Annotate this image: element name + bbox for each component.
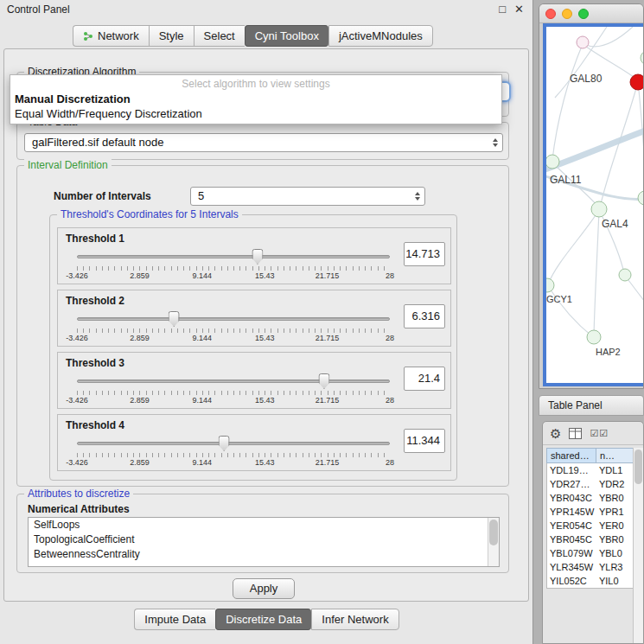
dropdown-placeholder: Select algorithm to view settings <box>10 75 501 92</box>
control-panel-window: Control Panel □ ✕ Network Style Select C… <box>0 0 533 644</box>
window-title: Control Panel <box>7 3 70 16</box>
top-tab-bar: Network Style Select Cyni Toolbox jActiv… <box>0 25 533 47</box>
network-node[interactable] <box>587 330 601 344</box>
zoom-traffic-light[interactable] <box>578 9 589 19</box>
table-row[interactable]: YLR345WYLR3 <box>547 560 639 574</box>
table-panel-header[interactable]: Table Panel <box>539 395 644 416</box>
network-node[interactable] <box>546 155 559 169</box>
attributes-group: Attributes to discretize Numerical Attri… <box>16 494 509 573</box>
threshold-value-field[interactable]: 21.4 <box>404 367 445 391</box>
network-view-window: GAL80 GAL11 GAL4 GCY1 HAP2 <box>539 3 644 389</box>
network-node[interactable] <box>638 191 644 205</box>
tab-jactivemnodules[interactable]: jActiveMNodules <box>328 25 433 47</box>
threshold-slider[interactable]: -3.426 2.859 9.144 15.43 21.715 28 <box>77 247 390 280</box>
control-panel-titlebar: Control Panel □ ✕ <box>0 0 532 19</box>
float-window-icon[interactable]: □ <box>499 0 506 19</box>
tab-label: Cyni Toolbox <box>255 29 319 42</box>
slider-thumb[interactable] <box>219 436 230 451</box>
group-title: Threshold's Coordinates for 5 Intervals <box>57 208 242 220</box>
table-toolbar: ⚙ ☑☑ <box>543 422 643 445</box>
threshold-panel-3: Threshold 3 -3.426 2.859 9.144 15.43 21.… <box>57 352 451 409</box>
tab-impute-data[interactable]: Impute Data <box>134 609 215 630</box>
tick-label: -3.426 <box>66 396 88 405</box>
table-data-selected: galFiltered.sif default node <box>32 136 163 149</box>
node-label: GAL11 <box>550 174 582 186</box>
tab-infer-network[interactable]: Infer Network <box>311 609 399 630</box>
scrollbar-thumb[interactable] <box>489 520 498 545</box>
table-row[interactable]: YPR145WYPR1 <box>547 505 639 519</box>
tab-style[interactable]: Style <box>149 25 194 47</box>
network-node[interactable] <box>577 36 589 48</box>
network-node[interactable] <box>619 269 631 281</box>
threshold-slider[interactable]: -3.426 2.859 9.144 15.43 21.715 28 <box>77 434 390 467</box>
columns-icon[interactable] <box>569 428 582 439</box>
close-traffic-light[interactable] <box>545 9 556 19</box>
tab-select[interactable]: Select <box>194 25 245 47</box>
list-item[interactable]: BetweennessCentrality <box>29 547 499 562</box>
table-row[interactable]: YBR045CYBR0 <box>547 532 639 546</box>
table-scrollbar[interactable] <box>633 448 643 643</box>
list-item[interactable]: TopologicalCoefficient <box>29 532 499 547</box>
table-row[interactable]: YER054CYER0 <box>547 519 639 532</box>
tab-cyni-toolbox[interactable]: Cyni Toolbox <box>245 25 328 47</box>
minimize-traffic-light[interactable] <box>562 9 572 19</box>
slider-track[interactable] <box>77 379 390 383</box>
threshold-value-field[interactable]: 14.713 <box>404 242 445 266</box>
tab-network[interactable]: Network <box>73 25 149 47</box>
thick-edge <box>546 129 644 170</box>
threshold-value-field[interactable]: 11.344 <box>404 429 445 453</box>
network-node[interactable] <box>641 51 644 65</box>
slider-thumb[interactable] <box>169 311 180 327</box>
slider-track[interactable] <box>77 317 390 321</box>
table-row[interactable]: YIL052CYIL0 <box>547 574 639 588</box>
combo-arrows-icon <box>493 138 498 147</box>
slider-tick-labels: -3.426 2.859 9.144 15.43 21.715 28 <box>77 334 390 342</box>
network-node-selected[interactable] <box>630 74 644 90</box>
slider-thumb[interactable] <box>252 249 263 265</box>
list-item[interactable]: SelfLoops <box>29 518 499 532</box>
tab-discretize-data[interactable]: Discretize Data <box>215 609 311 630</box>
tick-label: 15.43 <box>255 396 275 405</box>
network-canvas[interactable]: GAL80 GAL11 GAL4 GCY1 HAP2 <box>543 23 644 386</box>
threshold-value-field[interactable]: 6.316 <box>404 304 445 328</box>
tab-label: Network <box>98 29 139 42</box>
apply-button[interactable]: Apply <box>233 578 295 599</box>
tab-label: Discretize Data <box>226 613 302 626</box>
gear-icon[interactable]: ⚙ <box>550 427 561 440</box>
thresholds-group: Threshold's Coordinates for 5 Intervals … <box>49 214 457 481</box>
threshold-slider[interactable]: -3.426 2.859 9.144 15.43 21.715 28 <box>77 372 390 405</box>
threshold-label: Threshold 4 <box>66 419 124 431</box>
number-of-intervals-spinner[interactable]: 5 <box>190 187 425 206</box>
tick-label: 2.859 <box>130 271 150 280</box>
network-node[interactable] <box>591 201 607 217</box>
slider-thumb[interactable] <box>318 373 329 389</box>
threshold-label: Threshold 2 <box>66 295 124 307</box>
tick-label: 15.43 <box>255 458 275 467</box>
numerical-attributes-list[interactable]: SelfLoops TopologicalCoefficient Between… <box>28 517 500 567</box>
dropdown-item-manual-discretization[interactable]: Manual Discretization <box>10 92 501 106</box>
tick-label: 28 <box>386 396 394 405</box>
slider-track[interactable] <box>77 442 390 445</box>
list-scrollbar[interactable] <box>488 518 499 566</box>
threshold-panel-1: Threshold 1 -3.426 2.859 9.144 15.43 21.… <box>57 227 451 284</box>
column-header-shared-name[interactable]: shared… <box>546 448 596 463</box>
close-icon[interactable]: ✕ <box>514 0 524 19</box>
dropdown-item-equal-width-frequency[interactable]: Equal Width/Frequency Discretization <box>10 106 501 121</box>
select-columns-icon[interactable]: ☑☑ <box>590 428 609 439</box>
threshold-panel-4: Threshold 4 -3.426 2.859 9.144 15.43 21.… <box>57 414 451 471</box>
table-data-combobox[interactable]: galFiltered.sif default node <box>24 133 503 152</box>
slider-track[interactable] <box>77 255 390 258</box>
table-row[interactable]: YDR27…YDR2 <box>547 477 639 491</box>
tick-label: 9.144 <box>193 271 213 280</box>
table-row[interactable]: YDL19…YDL1 <box>547 463 639 477</box>
table-row[interactable]: YBR043CYBR0 <box>547 491 639 505</box>
threshold-slider[interactable]: -3.426 2.859 9.144 15.43 21.715 28 <box>77 309 390 342</box>
table-panel-title: Table Panel <box>548 399 603 411</box>
network-node[interactable] <box>546 278 554 292</box>
network-window-titlebar <box>539 4 643 23</box>
scrollbar-thumb[interactable] <box>634 450 642 484</box>
tab-label: Select <box>204 29 235 42</box>
table-row[interactable]: YBL079WYBL0 <box>547 546 639 560</box>
tick-label: 15.43 <box>255 334 275 342</box>
slider-tick-labels: -3.426 2.859 9.144 15.43 21.715 28 <box>77 396 390 405</box>
